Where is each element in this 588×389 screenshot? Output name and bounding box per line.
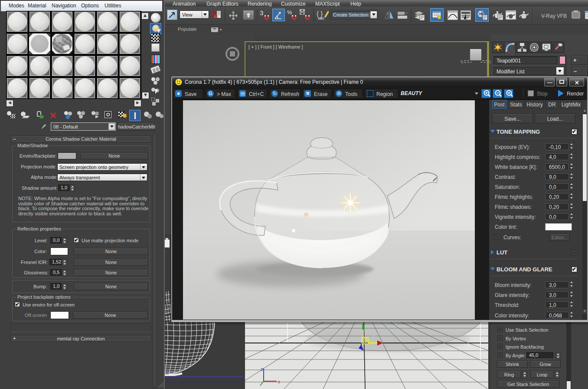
svg-text:x: x: [278, 379, 280, 384]
svg-text:z: z: [261, 367, 263, 372]
